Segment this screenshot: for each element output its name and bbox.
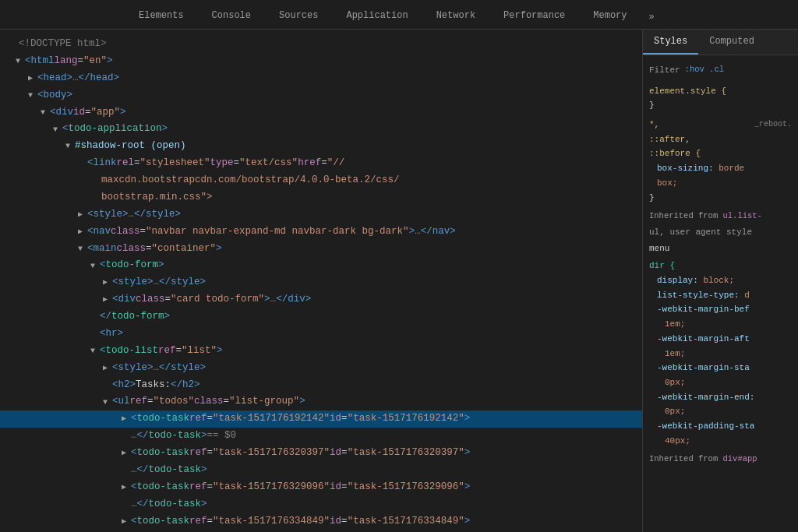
webkit-ma-prop: -webkit-margin-aft [657, 334, 750, 344]
tab-sources[interactable]: Sources [265, 4, 332, 29]
triangle-task3[interactable] [122, 481, 131, 495]
line-task2-close: ▶ …</todo-task> [0, 462, 642, 479]
inherited-agents: ul, user agent style [649, 225, 792, 240]
triangle-todo-list[interactable] [90, 344, 100, 358]
line-body: <body> [0, 87, 642, 104]
filter-row: Filter :hov .cl [649, 60, 792, 81]
triangle-todo-form[interactable] [90, 259, 100, 273]
triangle-style3[interactable] [103, 361, 112, 375]
inherited-label2: Inherited from div#app [649, 453, 792, 467]
universal-selector3: ::before { [649, 149, 701, 158]
triangle-nav[interactable] [78, 225, 87, 239]
display-prop: display: [657, 276, 703, 285]
line-task4-open: <todo-task ref="task-1517176334849" id="… [0, 513, 642, 530]
line-todo-form: <todo-form> [0, 257, 642, 274]
webkit-ma-val: 1em; [665, 349, 685, 358]
reboot-source: _reboot. [754, 118, 792, 131]
line-task1-close: ▶ …</todo-task> == $0 [0, 428, 642, 445]
line-task3-open: <todo-task ref="task-1517176329096" id="… [0, 479, 642, 496]
line-task3-close: ▶ …</todo-task> [0, 496, 642, 513]
line-style2: <style>…</style> [0, 274, 642, 291]
triangle-todo-app[interactable] [53, 123, 62, 137]
tab-application[interactable]: Application [332, 4, 422, 29]
triangle-task2[interactable] [122, 446, 131, 460]
webkit-ms-val: 0px; [665, 378, 685, 387]
webkit-me-val: 0px; [665, 407, 685, 416]
line-todo-list: <todo-list ref="list" > [0, 343, 642, 360]
line-div-card: <div class="card todo-form" >…</div> [0, 291, 642, 308]
triangle-style2[interactable] [103, 276, 112, 290]
line-main: <main class="container" > [0, 241, 642, 258]
inherited-source2: div#app [723, 454, 757, 463]
tab-memory[interactable]: Memory [579, 4, 641, 29]
html-panel[interactable]: ▶ <!DOCTYPE html> <html lang="en" > <hea… [0, 30, 642, 532]
webkit-mb-val: 1em; [665, 319, 685, 329]
triangle-head[interactable] [28, 72, 37, 86]
inherited-source1: ul.list- [723, 211, 762, 220]
line-style1: <style>…</style> [0, 206, 642, 224]
webkit-mb-prop: -webkit-margin-bef [657, 305, 750, 314]
styles-tab-bar: Styles Computed [643, 30, 798, 55]
devtools-tab-bar: Elements Console Sources Application Net… [0, 0, 798, 30]
triangle-style1[interactable] [78, 208, 87, 222]
universal-rule: *, _reboot. ::after, ::before { box-sizi… [649, 118, 792, 205]
menu-label: menu [649, 241, 792, 256]
tab-computed[interactable]: Computed [698, 30, 765, 55]
line-task2-open: <todo-task ref="task-1517176320397" id="… [0, 445, 642, 462]
main-content: ▶ <!DOCTYPE html> <html lang="en" > <hea… [0, 30, 798, 532]
element-style-rule: element.style { } [649, 84, 792, 113]
display-val: block; [703, 276, 734, 285]
line-todo-app: <todo-application> [0, 121, 642, 138]
box-sizing-prop: box-sizing: [657, 164, 719, 173]
dir-rule: dir { display: block; list-style-type: d… [649, 259, 792, 448]
line-nav: <nav class="navbar navbar-expand-md navb… [0, 224, 642, 241]
line-hr: ▶ <hr> [0, 326, 642, 343]
element-style-selector: element.style { [649, 86, 726, 96]
line-link1: ▶ <link rel="stylesheet" type="text/css"… [0, 155, 642, 172]
line-shadow-root: #shadow-root (open) [0, 138, 642, 155]
tab-more[interactable]: » [641, 5, 662, 29]
webkit-ps-prop: -webkit-padding-sta [657, 421, 754, 431]
triangle-div-app[interactable] [41, 106, 50, 120]
webkit-ps-val: 40px; [665, 436, 690, 446]
styles-content: Filter :hov .cl element.style { } *, _re… [643, 55, 798, 532]
line-doctype: ▶ <!DOCTYPE html> [0, 36, 642, 53]
triangle-ul[interactable] [103, 396, 112, 410]
element-style-close: } [649, 100, 655, 110]
dir-selector: dir { [649, 261, 675, 270]
list-style-val: d [744, 291, 750, 300]
triangle-task1[interactable] [122, 412, 131, 426]
triangle-main[interactable] [78, 242, 87, 256]
line-ul: <ul ref="todos" class="list-group" > [0, 393, 642, 410]
line-html: <html lang="en" > [0, 53, 642, 70]
filter-label: Filter [649, 63, 680, 78]
tab-console[interactable]: Console [198, 4, 265, 29]
tab-network[interactable]: Network [422, 4, 489, 29]
line-link2: maxcdn.bootstrapcdn.com/bootstrap/4.0.0-… [0, 172, 642, 189]
box-sizing-val2: box; [657, 178, 677, 188]
universal-close: } [649, 193, 655, 203]
universal-selector2: ::after, [649, 135, 690, 144]
line-h2: ▶ <h2>Tasks:</h2> [0, 377, 642, 394]
webkit-ms-prop: -webkit-margin-sta [657, 363, 750, 372]
line-style3: <style>…</style> [0, 360, 642, 377]
triangle-shadow[interactable] [65, 139, 75, 153]
line-div-app: <div id="app" > [0, 104, 642, 122]
universal-selector1: *, [649, 120, 659, 129]
inherited-label1: Inherited from ul.list- [649, 210, 792, 224]
box-sizing-val1: borde [719, 164, 744, 173]
triangle-task4[interactable] [122, 515, 131, 529]
tab-elements[interactable]: Elements [125, 4, 198, 29]
triangle-div-card[interactable] [103, 293, 112, 307]
styles-panel: Styles Computed Filter :hov .cl element.… [642, 30, 798, 532]
triangle-html[interactable] [16, 55, 25, 69]
tab-styles[interactable]: Styles [643, 30, 698, 55]
line-close-todo-form: ▶ </todo-form> [0, 308, 642, 326]
triangle-body[interactable] [28, 89, 37, 103]
tab-performance[interactable]: Performance [489, 4, 579, 29]
filter-options[interactable]: :hov .cl [685, 63, 724, 77]
webkit-me-prop: -webkit-margin-end: [657, 393, 754, 402]
line-head: <head>…</head> [0, 70, 642, 87]
list-style-prop: list-style-type: [657, 291, 744, 300]
line-link3: bootstrap.min.css"> [0, 189, 642, 206]
